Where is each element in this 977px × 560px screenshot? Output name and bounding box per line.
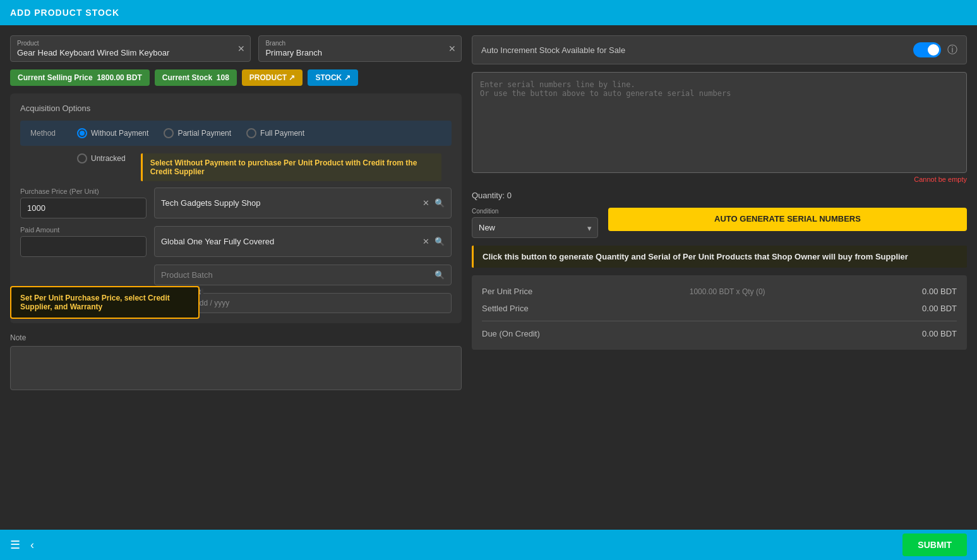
note-label: Note	[10, 333, 462, 342]
paid-amount-group: Paid Amount	[20, 226, 147, 257]
due-value: 0.00 BDT	[922, 329, 957, 338]
info-icon[interactable]: ⓘ	[947, 44, 957, 57]
branch-field[interactable]: Branch Primary Branch ✕	[258, 35, 462, 62]
serial-error: Cannot be empty	[472, 176, 967, 183]
due-label: Due (On Credit)	[482, 329, 540, 338]
branch-value: Primary Branch	[265, 48, 455, 57]
quantity-label: Quantity: 0	[472, 191, 967, 200]
branch-label: Branch	[265, 40, 455, 47]
radio-partial-payment-circle	[164, 128, 174, 138]
due-date-field[interactable]: Due At mm / dd / yyyy	[174, 293, 452, 313]
tooltip-text: Select Without Payment to purchase Per U…	[150, 158, 417, 176]
hamburger-icon[interactable]: ☰	[10, 538, 20, 552]
purchase-price-label: Purchase Price (Per Unit)	[20, 188, 147, 195]
purchase-price-input[interactable]	[20, 198, 147, 218]
purchase-price-group: Purchase Price (Per Unit)	[20, 188, 147, 218]
radio-without-payment-circle	[77, 128, 87, 138]
product-label: Product	[17, 40, 244, 47]
submit-button[interactable]: SUBMIT	[902, 533, 967, 556]
per-unit-price-calc: 1000.00 BDT x Qty (0)	[690, 287, 765, 296]
top-bar: ADD PRODUCT STOCK	[0, 0, 977, 25]
radio-partial-payment[interactable]: Partial Payment	[164, 128, 231, 138]
condition-label: Condition	[472, 208, 598, 215]
callout-text: Set Per Unit Purchase Price, select Cred…	[20, 294, 170, 311]
condition-select-wrapper: New Used Refurbished	[472, 217, 598, 238]
method-label: Method	[30, 129, 62, 138]
auto-increment-label: Auto Increment Stock Available for Sale	[481, 45, 625, 55]
summary-table: Per Unit Price 1000.00 BDT x Qty (0) 0.0…	[472, 275, 967, 350]
condition-group: Condition New Used Refurbished	[472, 208, 598, 238]
due-credit-row: Due (On Credit) 0.00 BDT	[482, 325, 957, 342]
note-section: Note	[10, 333, 462, 392]
current-stock-badge: Current Stock 108	[155, 69, 237, 86]
supplier-field[interactable]: Tech Gadgets Supply Shop ✕ 🔍	[154, 188, 452, 218]
batch-search-icon[interactable]: 🔍	[435, 270, 445, 280]
back-icon[interactable]: ‹	[30, 539, 34, 552]
auto-increment-row: Auto Increment Stock Available for Sale …	[472, 35, 967, 64]
condition-row: Condition New Used Refurbished AUTO GENE…	[472, 208, 967, 238]
page-title: ADD PRODUCT STOCK	[10, 8, 119, 18]
radio-without-payment[interactable]: Without Payment	[77, 128, 148, 138]
radio-untracked-circle	[77, 153, 87, 164]
summary-divider	[482, 321, 957, 321]
settled-price-value: 0.00 BDT	[922, 304, 957, 313]
product-branch-row: Product Gear Head Keyboard Wired Slim Ke…	[10, 35, 462, 62]
batch-placeholder: Product Batch	[161, 270, 213, 280]
paid-amount-input[interactable]	[20, 236, 147, 257]
left-panel: Product Gear Head Keyboard Wired Slim Ke…	[10, 35, 462, 520]
acquisition-title: Acquisition Options	[20, 104, 452, 113]
paid-amount-label: Paid Amount	[20, 226, 147, 234]
supplier-clear-icon[interactable]: ✕	[423, 198, 429, 208]
radio-without-payment-label: Without Payment	[91, 129, 148, 138]
paid-warranty-row: Paid Amount Global One Year Fully Covere…	[20, 226, 452, 257]
left-callout: Set Per Unit Purchase Price, select Cred…	[10, 286, 200, 319]
condition-select[interactable]: New Used Refurbished	[472, 217, 598, 238]
product-value: Gear Head Keyboard Wired Slim Keyboar	[17, 48, 244, 57]
product-field[interactable]: Product Gear Head Keyboard Wired Slim Ke…	[10, 35, 251, 62]
radio-untracked[interactable]: Untracked	[77, 153, 126, 164]
supplier-value: Tech Gadgets Supply Shop	[161, 198, 261, 208]
batch-row: Product Batch 🔍	[20, 265, 452, 285]
warranty-clear-icon[interactable]: ✕	[423, 237, 429, 246]
method-row: Method Without Payment Partial Payment F…	[20, 121, 452, 146]
auto-generate-button[interactable]: AUTO GENERATE SERIAL NUMBERS	[608, 208, 967, 231]
branch-close-icon[interactable]: ✕	[448, 44, 456, 54]
auto-increment-toggle[interactable]	[913, 42, 941, 57]
serial-numbers-input[interactable]	[472, 72, 967, 173]
settled-price-row: Settled Price 0.00 BDT	[482, 300, 957, 317]
right-callout-text: Click this button to generate Quantity a…	[483, 252, 908, 261]
stock-button[interactable]: STOCK ↗	[308, 69, 357, 86]
current-stock-value: 108	[217, 73, 229, 82]
purchase-supplier-row: Purchase Price (Per Unit) Tech Gadgets S…	[20, 188, 452, 218]
selling-price-label: Current Selling Price	[18, 73, 93, 82]
selling-price-badge: Current Selling Price 1800.00 BDT	[10, 69, 150, 86]
radio-partial-payment-label: Partial Payment	[177, 129, 231, 138]
settled-price-label: Settled Price	[482, 304, 529, 313]
radio-full-payment-label: Full Payment	[260, 129, 304, 138]
batch-field[interactable]: Product Batch 🔍	[154, 265, 452, 285]
per-unit-price-value: 0.00 BDT	[922, 287, 957, 296]
selling-price-value: 1800.00 BDT	[97, 73, 141, 82]
warranty-value: Global One Year Fully Covered	[161, 237, 274, 246]
info-bar: Current Selling Price 1800.00 BDT Curren…	[10, 69, 462, 86]
per-unit-price-label: Per Unit Price	[482, 287, 532, 296]
per-unit-price-row: Per Unit Price 1000.00 BDT x Qty (0) 0.0…	[482, 283, 957, 300]
warranty-field[interactable]: Global One Year Fully Covered ✕ 🔍	[154, 226, 452, 257]
product-close-icon[interactable]: ✕	[237, 44, 245, 54]
product-button[interactable]: PRODUCT ↗	[242, 69, 303, 86]
right-callout: Click this button to generate Quantity a…	[472, 246, 967, 268]
bottom-left: ☰ ‹	[10, 538, 34, 552]
radio-full-payment[interactable]: Full Payment	[246, 128, 304, 138]
radio-full-payment-circle	[246, 128, 256, 138]
radio-untracked-label: Untracked	[91, 154, 126, 163]
note-textarea[interactable]	[10, 346, 462, 390]
tooltip-without-payment: Select Without Payment to purchase Per U…	[141, 153, 441, 181]
current-stock-label: Current Stock	[162, 73, 212, 82]
bottom-bar: ☰ ‹ SUBMIT	[0, 530, 977, 560]
right-panel: Auto Increment Stock Available for Sale …	[472, 35, 967, 520]
warranty-search-icon[interactable]: 🔍	[435, 237, 445, 246]
supplier-search-icon[interactable]: 🔍	[435, 198, 445, 208]
